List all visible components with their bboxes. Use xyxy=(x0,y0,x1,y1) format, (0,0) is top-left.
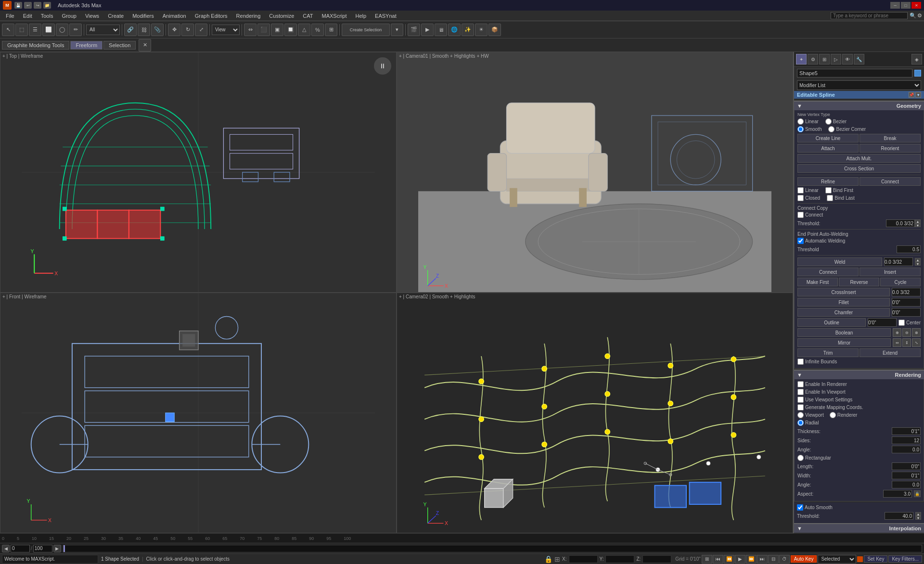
extend-btn[interactable]: Extend xyxy=(860,348,921,357)
snap-toggle-btn[interactable]: 🔲 xyxy=(284,24,297,36)
geometry-header[interactable]: ▼ Geometry xyxy=(794,101,924,110)
outline-btn[interactable]: Outline xyxy=(797,318,866,327)
tab-graphite-modeling[interactable]: Graphite Modeling Tools xyxy=(2,41,69,50)
z-input[interactable] xyxy=(642,555,671,563)
weld-input[interactable] xyxy=(884,257,913,266)
asset-btn[interactable]: 📦 xyxy=(488,24,501,36)
active-viewport-btn[interactable]: 🖥 xyxy=(435,24,447,36)
angle-input[interactable] xyxy=(892,446,921,453)
menu-group[interactable]: Group xyxy=(58,12,80,20)
menu-help[interactable]: Help xyxy=(351,12,370,20)
mirror-y-icon[interactable]: ⇕ xyxy=(902,338,911,347)
auto-smooth-down-btn[interactable]: ▼ xyxy=(915,516,921,520)
connect-copy-check[interactable] xyxy=(797,212,804,218)
threshold-up-btn[interactable]: ▲ xyxy=(915,219,921,223)
panel-icon-utilities[interactable]: 🔧 xyxy=(854,54,864,64)
x-input[interactable] xyxy=(569,555,598,563)
lock-icon[interactable]: 🔒 xyxy=(544,555,552,563)
rectangular-radio[interactable] xyxy=(797,455,804,461)
time-config-btn[interactable]: ⏱ xyxy=(779,555,790,564)
width-input[interactable] xyxy=(892,472,921,479)
infinite-bounds-check[interactable] xyxy=(797,359,804,365)
select-region-btn[interactable]: ⬚ xyxy=(15,24,28,36)
renderer-radio[interactable] xyxy=(830,412,836,418)
rendering-header[interactable]: ▼ Rendering xyxy=(794,370,924,379)
angle2-input[interactable] xyxy=(892,481,921,488)
scale-btn[interactable]: ⤢ xyxy=(195,24,207,36)
play-forward-btn[interactable]: ⏭ xyxy=(757,555,768,564)
settings-icon[interactable]: ⚙ xyxy=(917,13,922,19)
bind-btn[interactable]: 📎 xyxy=(151,24,164,36)
close-button[interactable]: ✕ xyxy=(911,2,921,9)
active-modifier[interactable]: Editable Spline 📌 ▾ xyxy=(794,91,924,99)
tab-freeform[interactable]: Freeform xyxy=(70,41,103,50)
track-area[interactable] xyxy=(63,545,922,552)
thickness-input[interactable] xyxy=(892,427,921,435)
search-input[interactable] xyxy=(831,12,908,19)
auto-smooth-threshold-input[interactable] xyxy=(885,512,913,520)
select-object-btn[interactable]: ↖ xyxy=(2,24,14,36)
cycle-btn[interactable]: Cycle xyxy=(880,278,921,286)
bool-intersect-icon[interactable]: ⊗ xyxy=(912,328,921,337)
make-first-btn[interactable]: Make First xyxy=(797,278,838,286)
center-check[interactable] xyxy=(898,320,905,326)
move-btn[interactable]: ✥ xyxy=(168,24,180,36)
auto-weld-check[interactable] xyxy=(797,238,804,244)
attach-mult-btn[interactable]: Attach Mult. xyxy=(797,154,921,163)
object-color-swatch[interactable] xyxy=(914,70,921,77)
select-by-name-btn[interactable]: ☰ xyxy=(29,24,41,36)
align-view-btn[interactable]: ▣ xyxy=(271,24,283,36)
closed-check[interactable] xyxy=(797,195,804,201)
vtx-smooth-radio[interactable] xyxy=(797,126,804,132)
fillet-input[interactable] xyxy=(892,298,921,307)
rotate-btn[interactable]: ↻ xyxy=(181,24,194,36)
key-mode-btn[interactable]: ⊞ xyxy=(702,555,712,564)
aspect-input[interactable] xyxy=(883,490,912,498)
cross-section-btn[interactable]: Cross Section xyxy=(797,164,921,173)
weld-threshold-input[interactable] xyxy=(897,245,921,253)
open-icon[interactable]: 📁 xyxy=(43,2,51,9)
menu-graph-editors[interactable]: Graph Editors xyxy=(191,12,231,20)
paint-select-btn[interactable]: ✏ xyxy=(69,24,82,36)
y-input[interactable] xyxy=(605,555,634,563)
menu-views[interactable]: Views xyxy=(81,12,103,20)
threshold-input[interactable] xyxy=(886,219,915,227)
insert-btn[interactable]: Insert xyxy=(860,268,921,276)
menu-modifiers[interactable]: Modifiers xyxy=(128,12,158,20)
vp-tl-playback-btn[interactable]: ⏸ xyxy=(374,57,391,75)
reverse-btn[interactable]: Reverse xyxy=(839,278,879,286)
bind-last-check[interactable] xyxy=(827,195,833,201)
vtx-linear-radio[interactable] xyxy=(797,118,804,125)
percent-snap-btn[interactable]: % xyxy=(311,24,324,36)
track-frame-input[interactable] xyxy=(11,545,30,552)
panel-icon-hierarchy[interactable]: ⊞ xyxy=(819,54,830,64)
angle-snap-btn[interactable]: △ xyxy=(298,24,310,36)
environment-btn[interactable]: 🌐 xyxy=(448,24,461,36)
view-dropdown[interactable]: View Screen World xyxy=(212,25,240,35)
menu-edit[interactable]: Edit xyxy=(19,12,36,20)
chamfer-btn[interactable]: Chamfer xyxy=(797,308,890,317)
viewport-radio[interactable] xyxy=(797,412,804,418)
bind-first-check[interactable] xyxy=(825,187,832,193)
track-next-btn[interactable]: ▶ xyxy=(53,545,61,552)
sides-input[interactable] xyxy=(892,436,921,444)
threshold-down-btn[interactable]: ▼ xyxy=(915,223,921,227)
align-btn[interactable]: ⬛ xyxy=(257,24,270,36)
menu-maxscript[interactable]: MAXScript xyxy=(318,12,351,20)
play-back-btn[interactable]: ⏮ xyxy=(713,555,723,564)
coord-icon[interactable]: ⊞ xyxy=(554,555,560,563)
auto-key-btn[interactable]: Auto Key xyxy=(791,555,817,563)
menu-rendering[interactable]: Rendering xyxy=(232,12,265,20)
render-setup-btn[interactable]: 🎬 xyxy=(408,24,420,36)
panel-icon-display[interactable]: 👁 xyxy=(842,54,853,64)
modifier-pin-btn[interactable]: 📌 xyxy=(909,92,914,98)
redo-icon[interactable]: ↪ xyxy=(34,2,41,9)
object-name-input[interactable] xyxy=(797,69,912,77)
vtx-bezier-radio[interactable] xyxy=(825,118,832,125)
snap-spinner-btn[interactable]: ⊞ xyxy=(325,24,337,36)
bool-subtract-icon[interactable]: ⊖ xyxy=(902,328,911,337)
create-line-btn[interactable]: Create Line xyxy=(797,134,859,142)
length-input[interactable] xyxy=(892,462,921,470)
menu-create[interactable]: Create xyxy=(104,12,128,20)
bool-union-icon[interactable]: ⊕ xyxy=(893,328,901,337)
